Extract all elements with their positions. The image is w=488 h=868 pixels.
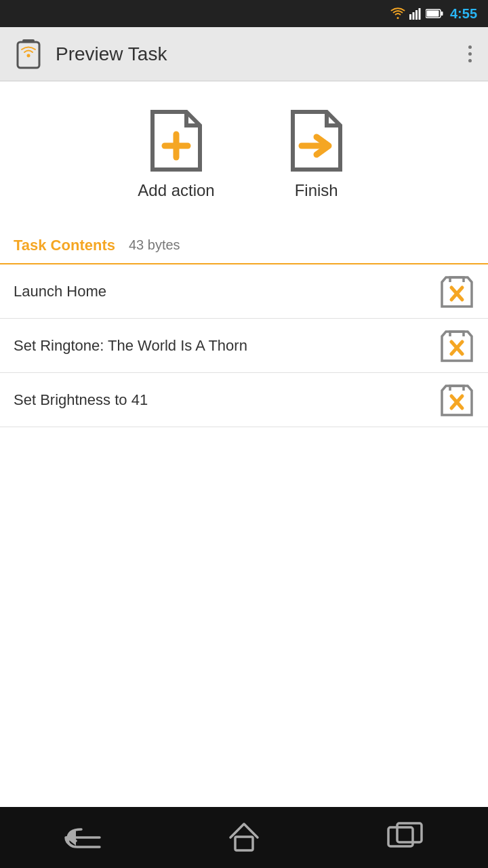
finish-label: Finish [295, 181, 338, 200]
task-item: Set Ringtone: The World Is A Thorn [0, 319, 488, 373]
actions-area: Add action Finish [0, 81, 488, 227]
nav-bar [0, 807, 488, 868]
overflow-dot-2 [468, 52, 472, 56]
battery-icon [426, 8, 443, 19]
wifi-icon [390, 7, 405, 20]
signal-icon [409, 7, 422, 20]
task-item-text: Set Brightness to 41 [14, 391, 439, 409]
status-icons [390, 7, 443, 20]
task-contents-label: Task Contents [14, 237, 115, 254]
svg-rect-1 [412, 12, 414, 20]
task-item: Launch Home [0, 264, 488, 319]
svg-rect-0 [409, 14, 411, 20]
status-time: 4:55 [450, 6, 477, 22]
svg-rect-8 [22, 39, 35, 42]
finish-button[interactable]: Finish [283, 108, 350, 200]
finish-icon [283, 108, 350, 173]
svg-rect-20 [388, 827, 413, 846]
svg-point-9 [27, 54, 30, 57]
svg-rect-19 [235, 837, 253, 850]
delete-task-3-button[interactable] [439, 382, 474, 418]
app-bar-title: Preview Task [56, 43, 463, 65]
task-item-text: Set Ringtone: The World Is A Thorn [14, 337, 439, 355]
overflow-dot-1 [468, 45, 472, 49]
add-action-label: Add action [138, 181, 214, 200]
overflow-dot-3 [468, 59, 472, 62]
overflow-menu-button[interactable] [463, 40, 477, 68]
add-action-icon [142, 108, 210, 173]
svg-rect-6 [426, 11, 439, 17]
delete-task-2-button[interactable] [439, 328, 474, 363]
app-logo [11, 37, 46, 72]
recents-icon [385, 821, 426, 854]
home-icon [227, 821, 261, 854]
task-contents-size: 43 bytes [129, 237, 180, 253]
task-list: Launch Home Set Ringtone: The World Is A… [0, 264, 488, 807]
svg-rect-2 [415, 10, 418, 20]
svg-rect-5 [441, 12, 443, 16]
task-item: Set Brightness to 41 [0, 373, 488, 427]
task-item-text: Launch Home [14, 283, 439, 300]
nav-back-button[interactable] [56, 817, 110, 858]
svg-rect-21 [397, 823, 422, 842]
status-bar: 4:55 [0, 0, 488, 27]
nav-recents-button[interactable] [378, 814, 432, 861]
back-icon [62, 824, 103, 851]
task-contents-header: Task Contents 43 bytes [0, 227, 488, 264]
svg-rect-3 [418, 8, 420, 20]
app-bar: Preview Task [0, 27, 488, 81]
nav-home-button[interactable] [220, 814, 268, 861]
add-action-button[interactable]: Add action [138, 108, 214, 200]
delete-task-1-button[interactable] [439, 274, 474, 309]
